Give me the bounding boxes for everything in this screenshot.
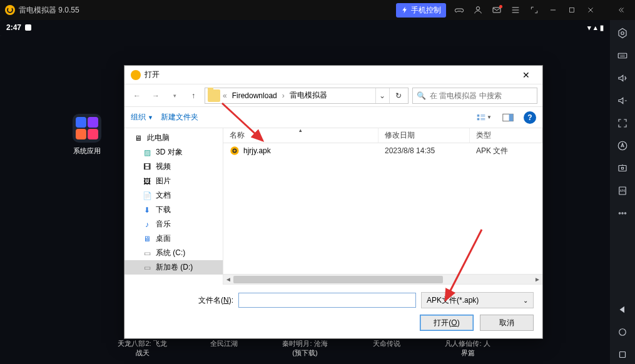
new-folder-button[interactable]: 新建文件夹 <box>161 112 198 123</box>
video-icon <box>142 162 152 172</box>
system-apps-folder[interactable]: 系统应用 <box>69 114 105 156</box>
file-pane: 名称 修改日期 类型 hjrjy.apk 2023/8/8 14:35 APK … <box>223 128 542 285</box>
rail-home-button[interactable] <box>613 323 632 341</box>
svg-text:APK: APK <box>619 190 625 193</box>
filename-input[interactable] <box>238 293 416 308</box>
scroll-thumb[interactable] <box>233 276 443 283</box>
tree-node[interactable]: 图片 <box>124 174 223 188</box>
tree-label: 新加卷 (D:) <box>156 262 193 273</box>
tree-node-drive[interactable]: 新加卷 (D:) <box>124 260 223 275</box>
search-input[interactable] <box>430 91 533 100</box>
bolt-icon <box>401 6 409 14</box>
phone-control-button[interactable]: 手机控制 <box>396 3 446 18</box>
help-button[interactable]: ? <box>524 111 536 124</box>
col-date[interactable]: 修改日期 <box>378 128 470 143</box>
scroll-left-button[interactable]: ◄ <box>223 276 233 283</box>
app-title: 雷电模拟器 9.0.55 <box>19 5 79 16</box>
nav-up-button[interactable]: ↑ <box>186 88 201 103</box>
organize-button[interactable]: 组织▼ <box>131 112 153 123</box>
expand-icon <box>530 6 539 14</box>
maximize-button[interactable] <box>562 3 581 18</box>
path-dropdown-button[interactable]: ⌄ <box>375 88 388 103</box>
view-mode-button[interactable]: ▼ <box>476 111 492 124</box>
nav-tree[interactable]: 此电脑 3D 对象 视频 图片 文档 下载 音乐 桌面 系统 (C:) 新加卷 … <box>124 128 223 285</box>
rail-volume-up-button[interactable] <box>613 69 632 88</box>
breadcrumb-item[interactable]: Firedownload <box>228 88 281 103</box>
system-apps-label: 系统应用 <box>69 146 105 156</box>
file-row[interactable]: hjrjy.apk 2023/8/8 14:35 APK 文件 <box>223 143 542 158</box>
rail-lang-button[interactable] <box>613 136 632 155</box>
nav-back-button[interactable]: ← <box>130 88 145 103</box>
rail-recent-button[interactable] <box>613 345 632 364</box>
path-box[interactable]: « Firedownload › 雷电模拟器 ⌄ ↻ <box>205 88 409 104</box>
user-icon <box>473 5 483 15</box>
tree-label: 下载 <box>156 205 171 215</box>
chevron-right-icon: › <box>282 91 285 100</box>
message-button[interactable] <box>487 3 506 18</box>
status-app-indicator <box>25 24 31 31</box>
breadcrumb-item[interactable]: 雷电模拟器 <box>286 88 331 103</box>
tree-node[interactable]: 音乐 <box>124 217 223 231</box>
svg-point-9 <box>619 213 620 214</box>
dialog-title: 打开 <box>145 69 160 80</box>
rail-settings-button[interactable] <box>613 24 632 43</box>
preview-pane-button[interactable] <box>500 111 516 124</box>
search-box[interactable]: 🔍 <box>412 88 537 104</box>
rail-volume-down-button[interactable] <box>613 91 632 110</box>
triangle-left-icon <box>617 304 628 315</box>
file-list[interactable]: hjrjy.apk 2023/8/8 14:35 APK 文件 <box>223 143 542 274</box>
scroll-track[interactable] <box>233 275 532 285</box>
tree-node[interactable]: 桌面 <box>124 231 223 246</box>
tree-label: 系统 (C:) <box>156 248 185 258</box>
rail-keyboard-button[interactable] <box>613 46 632 65</box>
dialog-body: 此电脑 3D 对象 视频 图片 文档 下载 音乐 桌面 系统 (C:) 新加卷 … <box>124 128 542 285</box>
refresh-button[interactable]: ↻ <box>389 88 407 103</box>
tree-label: 音乐 <box>156 219 171 230</box>
scroll-right-button[interactable]: ► <box>532 276 542 283</box>
tree-label: 3D 对象 <box>156 147 183 158</box>
tree-node[interactable]: 文档 <box>124 188 223 203</box>
file-name: hjrjy.apk <box>243 146 271 155</box>
cancel-button[interactable]: 取消 <box>480 315 534 331</box>
fullscreen-button[interactable] <box>525 3 544 18</box>
collapse-rail-button[interactable] <box>611 3 630 18</box>
menu-button[interactable] <box>506 3 525 18</box>
svg-rect-15 <box>477 118 480 120</box>
tree-node-drive[interactable]: 系统 (C:) <box>124 246 223 260</box>
svg-point-12 <box>619 329 626 336</box>
tree-node[interactable]: 3D 对象 <box>124 145 223 159</box>
rail-back-button[interactable] <box>613 300 632 319</box>
dialog-close-button[interactable]: ✕ <box>516 68 536 83</box>
account-button[interactable] <box>469 3 487 18</box>
rail-screenshot-button[interactable] <box>613 159 632 178</box>
col-type[interactable]: 类型 <box>470 128 542 143</box>
maximize-icon <box>568 6 576 14</box>
open-button[interactable]: 打开(O) <box>420 315 474 331</box>
rail-apk-button[interactable]: APK <box>613 181 632 200</box>
close-window-button[interactable] <box>581 3 600 18</box>
nav-recent-button[interactable]: ▾ <box>167 88 182 103</box>
screenshot-icon <box>617 163 628 174</box>
gamepad-button[interactable] <box>450 3 469 18</box>
minimize-button[interactable] <box>544 3 562 18</box>
tree-node[interactable]: 下载 <box>124 203 223 217</box>
col-name[interactable]: 名称 <box>223 128 378 143</box>
folder-icon <box>208 89 220 102</box>
drive-icon <box>142 263 152 273</box>
rail-fullscreen-button[interactable] <box>613 114 632 133</box>
svg-point-11 <box>624 213 626 214</box>
open-file-dialog: 打开 ✕ ← → ▾ ↑ « Firedownload › 雷电模拟器 ⌄ ↻ … <box>124 65 543 339</box>
filetype-select[interactable]: APK文件(*.apk)⌄ <box>421 292 534 308</box>
tree-label: 文档 <box>156 190 171 201</box>
app-label: 全民江湖 <box>199 339 249 348</box>
app-label: 秦时明月: 沧海 (预下载) <box>280 339 330 358</box>
nav-forward-button[interactable]: → <box>148 88 163 103</box>
svg-rect-6 <box>619 166 626 171</box>
pc-icon <box>133 133 143 143</box>
tree-node[interactable]: 视频 <box>124 159 223 174</box>
fullscreen-icon <box>617 118 628 129</box>
tree-node-pc[interactable]: 此电脑 <box>124 131 223 145</box>
signal-icon: ▴ <box>594 24 597 32</box>
hscrollbar[interactable]: ◄ ► <box>223 274 542 284</box>
rail-more-button[interactable] <box>613 204 632 223</box>
